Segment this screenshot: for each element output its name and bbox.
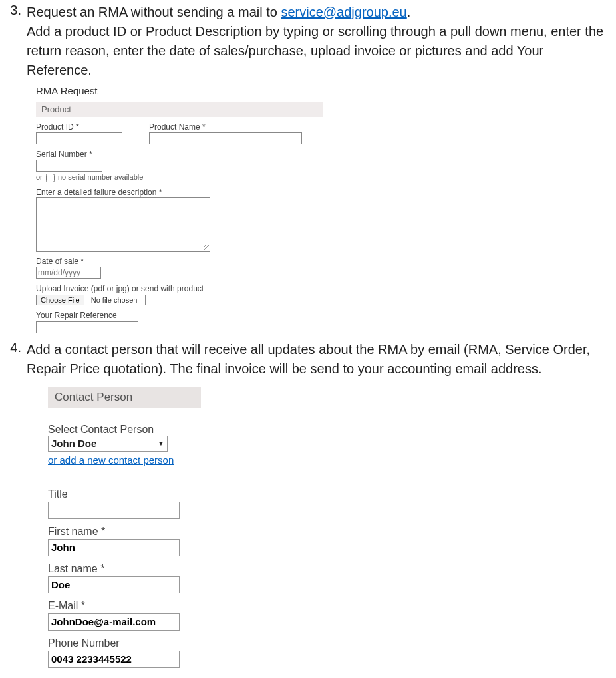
title-input[interactable] [48, 502, 180, 519]
item3-text-b: . [407, 5, 411, 19]
date-label: Date of sale * [36, 257, 609, 266]
title-label: Title [48, 488, 609, 500]
item4-text: Add a contact person that will receive a… [27, 342, 590, 376]
last-name-label: Last name * [48, 563, 609, 575]
failure-desc-label: Enter a detailed failure description * [36, 188, 609, 197]
resize-grip-icon [204, 245, 209, 250]
failure-desc-textarea[interactable] [36, 197, 210, 252]
serial-label: Serial Number * [36, 150, 609, 159]
phone-input[interactable] [48, 651, 180, 668]
rma-form: RMA Request Product Product ID * Product… [36, 85, 609, 333]
upload-label: Upload Invoice (pdf or jpg) or send with… [36, 284, 609, 293]
date-input[interactable] [36, 267, 101, 279]
no-serial-label: no serial number available [58, 173, 143, 181]
select-contact-label: Select Contact Person [48, 424, 609, 436]
list-body-3: Request an RMA without sending a mail to… [27, 3, 609, 80]
no-file-text: No file chosen [87, 295, 146, 305]
product-id-input[interactable] [36, 132, 122, 144]
item3-text-a: Request an RMA without sending a mail to [27, 5, 281, 19]
first-name-input[interactable] [48, 539, 180, 556]
chevron-down-icon: ▼ [158, 440, 164, 447]
email-label: E-Mail * [48, 600, 609, 612]
repair-ref-input[interactable] [36, 321, 138, 333]
contact-select[interactable]: John Doe ▼ [48, 436, 168, 452]
contact-select-value: John Doe [51, 438, 96, 449]
rma-section-product: Product [36, 102, 323, 117]
list-item-3: 3. Request an RMA without sending a mail… [7, 3, 609, 80]
no-serial-row: or no serial number available [36, 173, 609, 182]
list-number-3: 3. [7, 3, 27, 80]
service-email-link[interactable]: service@adjgroup.eu [281, 5, 406, 19]
choose-file-button[interactable]: Choose File [36, 295, 84, 305]
product-id-label: Product ID * [36, 122, 122, 132]
product-name-input[interactable] [149, 132, 302, 144]
rma-title: RMA Request [36, 85, 609, 96]
add-contact-link[interactable]: or add a new contact person [48, 454, 174, 466]
list-number-4: 4. [7, 340, 27, 379]
list-item-4: 4. Add a contact person that will receiv… [7, 340, 609, 379]
last-name-input[interactable] [48, 576, 180, 593]
serial-input[interactable] [36, 160, 102, 172]
phone-label: Phone Number [48, 637, 609, 649]
list-body-4: Add a contact person that will receive a… [27, 340, 609, 379]
item3-text-c: Add a product ID or Product Description … [27, 24, 603, 77]
email-input[interactable] [48, 613, 180, 631]
or-text: or [36, 173, 43, 181]
product-name-label: Product Name * [149, 122, 302, 132]
first-name-label: First name * [48, 526, 609, 538]
repair-ref-label: Your Repair Reference [36, 311, 609, 320]
no-serial-checkbox[interactable] [46, 174, 55, 182]
contact-section-header: Contact Person [48, 387, 201, 408]
contact-form: Contact Person Select Contact Person Joh… [48, 387, 609, 668]
